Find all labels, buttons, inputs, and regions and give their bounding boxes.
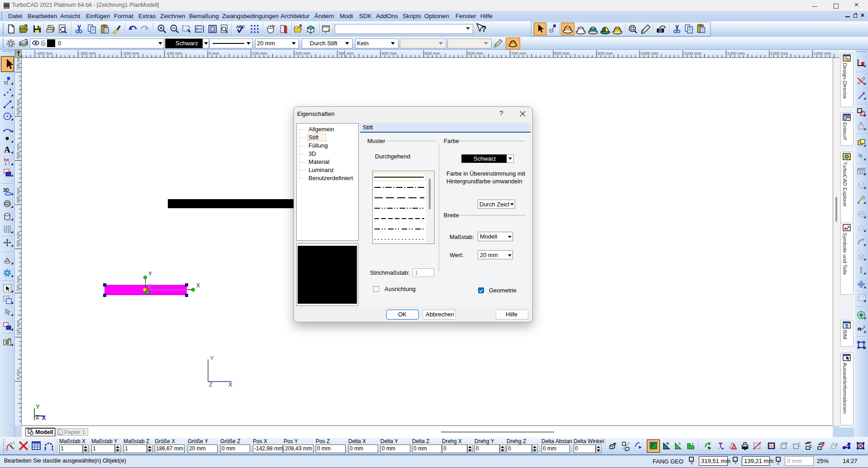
svg-text:1400 mm: 1400 mm — [813, 51, 831, 56]
svg-text:Y: Y — [36, 403, 40, 410]
svg-text:-200 mm: -200 mm — [122, 51, 139, 56]
svg-text:300 mm: 300 mm — [15, 232, 20, 247]
svg-text:-300 mm: -300 mm — [79, 51, 96, 56]
svg-text:900 mm: 900 mm — [598, 51, 613, 56]
svg-text:-100 mm: -100 mm — [166, 51, 183, 56]
svg-text:500 mm: 500 mm — [425, 51, 440, 56]
svg-text:600 mm: 600 mm — [468, 51, 483, 56]
svg-text:X: X — [42, 414, 46, 421]
svg-text:700 mm: 700 mm — [511, 51, 526, 56]
svg-text:-400 mm: -400 mm — [36, 51, 53, 56]
svg-text:Z: Z — [777, 461, 780, 465]
svg-text:0 mm: 0 mm — [15, 369, 20, 380]
svg-text:800 mm: 800 mm — [554, 51, 569, 56]
svg-text:X: X — [228, 381, 232, 387]
svg-text:1000 mm: 1000 mm — [640, 51, 659, 56]
svg-text:Z: Z — [209, 381, 213, 387]
svg-text:A: A — [4, 145, 10, 154]
svg-text:200 mm: 200 mm — [15, 276, 20, 291]
svg-text:ABC: ABC — [236, 24, 245, 29]
svg-text:200 mm: 200 mm — [295, 51, 310, 56]
svg-text:100 mm: 100 mm — [252, 51, 267, 56]
svg-text:100 mm: 100 mm — [15, 320, 20, 335]
svg-text:Z: Z — [36, 414, 39, 420]
svg-text:BIM: BIM — [845, 325, 850, 328]
svg-text:700 mm: 700 mm — [15, 58, 20, 71]
svg-text:Y: Y — [210, 355, 214, 362]
svg-text:400 mm: 400 mm — [381, 51, 397, 56]
svg-text:X: X — [690, 461, 693, 465]
svg-text:1100 mm: 1100 mm — [684, 51, 702, 56]
svg-text:1200 mm: 1200 mm — [727, 51, 745, 56]
svg-text:Y: Y — [734, 461, 737, 465]
svg-text:300 mm: 300 mm — [338, 51, 354, 56]
svg-text:600 mm: 600 mm — [15, 99, 20, 115]
svg-text:0 mm: 0 mm — [209, 51, 219, 56]
svg-text:400 mm: 400 mm — [15, 187, 20, 203]
svg-text:z: z — [692, 442, 693, 446]
svg-text:1: 1 — [59, 430, 61, 435]
svg-text:1300 mm: 1300 mm — [770, 51, 788, 56]
svg-text:?: ? — [481, 24, 487, 33]
svg-text:500 mm: 500 mm — [15, 143, 20, 159]
